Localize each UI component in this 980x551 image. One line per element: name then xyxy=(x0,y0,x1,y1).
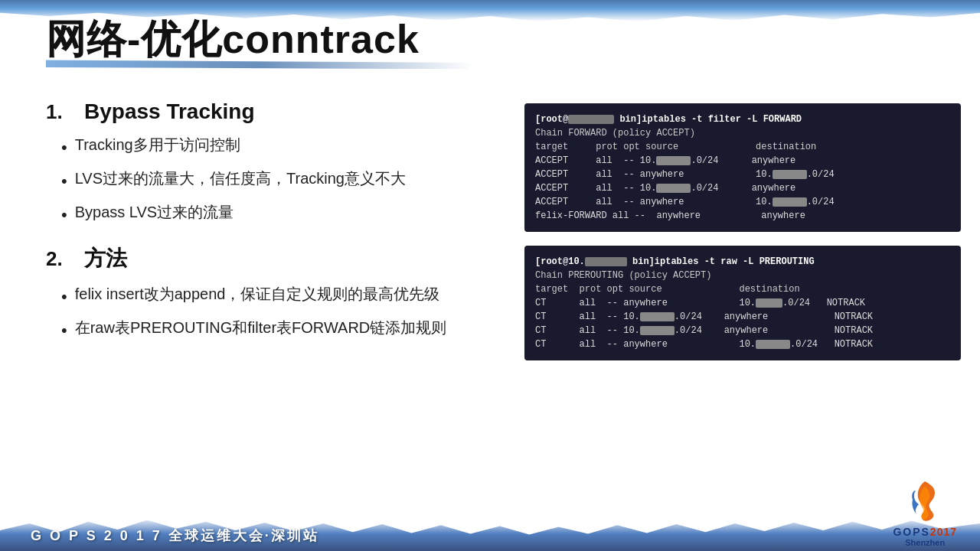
section-2-heading: 2. 方法 xyxy=(46,244,505,273)
section-2: 2. 方法 felix insert改为append，保证自定义规则的最高优先级… xyxy=(46,244,505,344)
bullet-1-2: LVS过来的流量大，信任度高，Tracking意义不大 xyxy=(61,167,505,194)
section-1-heading: 1. Bypass Tracking xyxy=(46,99,505,124)
terminal-1-content: [root@ bin]iptables -t filter -L FORWARD… xyxy=(535,112,950,223)
title-area: 网络-优化conntrack xyxy=(46,15,934,63)
bullet-1-3: Bypass LVS过来的流量 xyxy=(61,201,505,228)
page-title: 网络-优化conntrack xyxy=(46,15,934,63)
terminal-2-content: [root@10. bin]iptables -t raw -L PREROUT… xyxy=(535,255,950,351)
section-2-title: 方法 xyxy=(84,244,127,273)
section-1: 1. Bypass Tracking Tracking多用于访问控制 LVS过来… xyxy=(46,99,505,229)
terminal-2: [root@10. bin]iptables -t raw -L PREROUT… xyxy=(524,246,961,360)
footer-text: G O P S 2 0 1 7 全球运维大会·深圳站 xyxy=(31,527,319,545)
section-1-number: 1. xyxy=(46,100,69,124)
logo-icon xyxy=(900,475,949,524)
logo-text: GOPS2017 Shenzhen xyxy=(893,526,957,547)
logo-gops-text: GOPS xyxy=(893,526,929,538)
bullet-2-2: 在raw表PREROUTING和filter表FORWARD链添加规则 xyxy=(61,316,505,344)
logo-year-text: 2017 xyxy=(930,526,957,538)
logo-area: GOPS2017 Shenzhen xyxy=(893,475,957,547)
section-1-bullets: Tracking多用于访问控制 LVS过来的流量大，信任度高，Tracking意… xyxy=(46,133,505,229)
terminal-container: [root@ bin]iptables -t filter -L FORWARD… xyxy=(524,103,961,374)
logo-city-text: Shenzhen xyxy=(893,538,957,547)
bullet-1-1: Tracking多用于访问控制 xyxy=(61,133,505,161)
terminal-1: [root@ bin]iptables -t filter -L FORWARD… xyxy=(524,103,961,232)
section-2-number: 2. xyxy=(46,247,69,271)
content-area: 1. Bypass Tracking Tracking多用于访问控制 LVS过来… xyxy=(46,99,505,359)
section-2-bullets: felix insert改为append，保证自定义规则的最高优先级 在raw表… xyxy=(46,282,505,344)
bullet-2-1: felix insert改为append，保证自定义规则的最高优先级 xyxy=(61,282,505,310)
section-1-title: Bypass Tracking xyxy=(84,99,255,124)
